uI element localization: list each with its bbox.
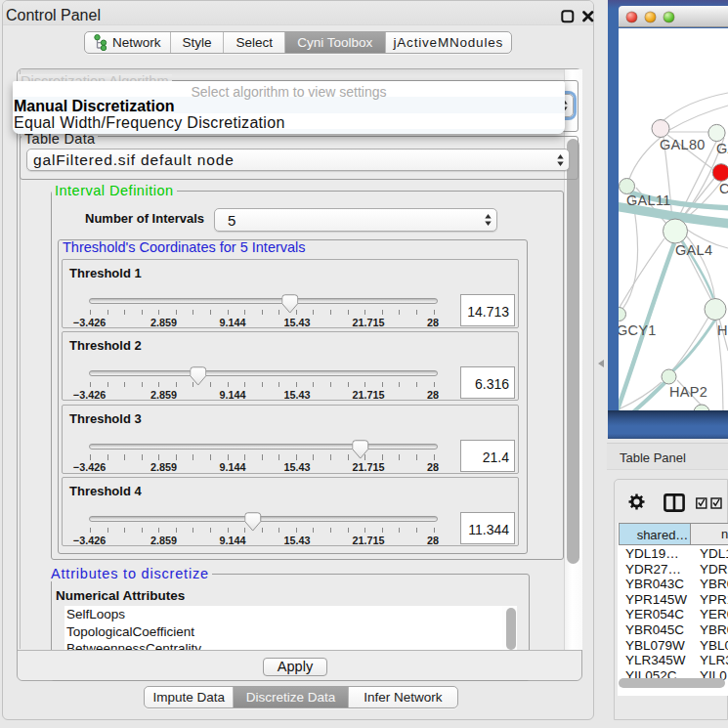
- svg-text:GCY1: GCY1: [619, 322, 657, 338]
- svg-text:H: H: [717, 322, 728, 338]
- svg-text:HAP2: HAP2: [669, 384, 707, 400]
- svg-text:GAL4: GAL4: [675, 242, 712, 258]
- svg-text:C: C: [719, 181, 728, 196]
- svg-text:GAL80: GAL80: [660, 137, 706, 152]
- svg-text:GAL11: GAL11: [626, 193, 671, 208]
- svg-text:GA: GA: [716, 141, 728, 156]
